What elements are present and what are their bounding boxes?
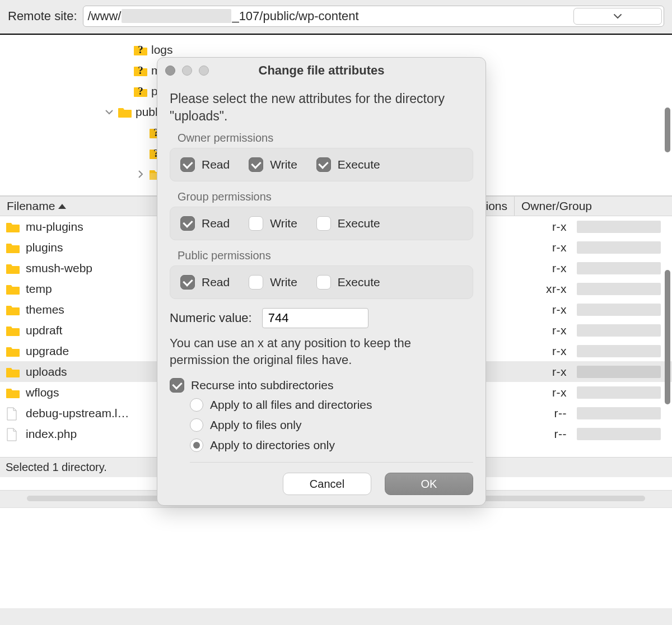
file-permissions: r-x	[535, 324, 567, 337]
group-group: ReadWriteExecute	[170, 207, 473, 240]
owner-group-redacted	[577, 366, 661, 378]
folder-icon	[6, 304, 20, 316]
file-name: themes	[26, 303, 64, 316]
remote-site-label: Remote site:	[8, 9, 77, 24]
recurse-radio[interactable]: Apply to directories only	[190, 439, 473, 452]
file-name: wflogs	[26, 386, 59, 399]
chevron-right-icon[interactable]	[134, 168, 147, 180]
column-filename[interactable]: Filename	[7, 199, 55, 213]
folder-icon	[6, 221, 20, 233]
numeric-hint: You can use an x at any position to keep…	[170, 335, 473, 368]
file-permissions: r--	[535, 407, 567, 420]
file-name: debug-upstream.l…	[26, 407, 129, 420]
public-execute-checkbox[interactable]: Execute	[316, 275, 380, 290]
file-list-right-columns: r-xr-xr-xxr-xr-xr-xr-xr-xr-xr--r--	[535, 216, 661, 457]
folder-icon	[6, 262, 20, 274]
folder-icon	[6, 324, 20, 337]
radio-label: Apply to directories only	[210, 439, 335, 452]
folder-icon	[6, 241, 20, 254]
recurse-radio[interactable]: Apply to all files and directories	[190, 398, 473, 412]
folder-icon	[6, 283, 20, 295]
ok-button[interactable]: OK	[385, 473, 473, 495]
checkbox-label: Read	[202, 276, 230, 289]
folder-icon	[6, 345, 20, 357]
file-name: index.php	[26, 427, 77, 441]
group-owner: ReadWriteExecute	[170, 148, 473, 181]
checkbox-label: Execute	[338, 217, 380, 230]
chevron-down-icon	[614, 13, 622, 19]
file-permissions: r--	[535, 427, 567, 441]
file-icon	[6, 407, 20, 419]
chevron-down-icon[interactable]	[103, 106, 115, 118]
remote-site-path: /www/_107/public/wp-content	[88, 9, 359, 24]
radio-label: Apply to files only	[210, 418, 301, 432]
group-read-checkbox[interactable]: Read	[180, 216, 230, 231]
numeric-value-label: Numeric value:	[170, 311, 252, 325]
remote-site-bar: Remote site: /www/_107/public/wp-content	[0, 0, 672, 35]
checkbox-label: Write	[270, 217, 297, 230]
owner-group-redacted	[577, 407, 661, 419]
group-write-checkbox[interactable]: Write	[249, 216, 297, 231]
remote-site-dropdown[interactable]: /www/_107/public/wp-content	[83, 6, 665, 27]
file-icon	[6, 428, 20, 440]
column-owner-group[interactable]: Owner/Group	[521, 199, 592, 213]
column-permissions-fragment[interactable]: ions	[486, 199, 507, 213]
file-name: mu-plugins	[26, 220, 83, 234]
file-permissions: r-x	[535, 241, 567, 254]
folder-icon	[6, 366, 20, 378]
owner-group-redacted	[577, 345, 661, 357]
folder-icon	[6, 386, 20, 399]
public-write-checkbox[interactable]: Write	[249, 275, 297, 290]
question-folder-icon: ?	[133, 44, 148, 56]
checkbox-label: Write	[270, 158, 297, 171]
checkbox-label: Read	[202, 158, 230, 171]
owner-group-redacted	[577, 221, 661, 233]
numeric-value-input[interactable]	[262, 308, 368, 328]
group-public: ReadWriteExecute	[170, 265, 473, 299]
owner-group-redacted	[577, 304, 661, 316]
radio-label: Apply to all files and directories	[210, 398, 372, 412]
redacted-path-segment	[122, 9, 231, 23]
owner-group-redacted	[577, 324, 661, 337]
owner-execute-checkbox[interactable]: Execute	[316, 157, 380, 172]
dialog-titlebar[interactable]: Change file attributes	[157, 58, 486, 83]
dialog-title: Change file attributes	[157, 63, 486, 78]
owner-group-redacted	[577, 428, 661, 440]
group-execute-checkbox[interactable]: Execute	[316, 216, 380, 231]
dialog-lead-text: Please select the new attributes for the…	[170, 90, 473, 125]
file-name: upgrade	[26, 344, 69, 358]
tree-scrollbar[interactable]	[665, 35, 670, 195]
sort-ascending-icon	[58, 204, 66, 209]
owner-read-checkbox[interactable]: Read	[180, 157, 230, 172]
checkbox-label: Read	[202, 217, 230, 230]
file-name: plugins	[26, 241, 63, 254]
file-list-scrollbar[interactable]	[665, 270, 670, 446]
file-name: uploads	[26, 365, 67, 379]
group-group-label: Group permissions	[178, 190, 473, 203]
file-name: updraft	[26, 324, 62, 337]
question-folder-icon: ?	[133, 85, 148, 97]
file-name: smush-webp	[26, 262, 92, 275]
change-file-attributes-dialog: Change file attributes Please select the…	[157, 57, 486, 506]
file-permissions: r-x	[535, 365, 567, 379]
recurse-label: Recurse into subdirectories	[191, 379, 333, 392]
cancel-button[interactable]: Cancel	[283, 473, 371, 495]
remote-site-dropdown-button[interactable]	[573, 8, 662, 25]
owner-group-redacted	[577, 283, 661, 295]
owner-write-checkbox[interactable]: Write	[249, 157, 297, 172]
file-permissions: r-x	[535, 262, 567, 275]
file-permissions: r-x	[535, 386, 567, 399]
owner-group-redacted	[577, 241, 661, 254]
file-permissions: r-x	[535, 220, 567, 234]
checkbox-label: Write	[270, 276, 297, 289]
recurse-checkbox[interactable]	[170, 378, 184, 393]
owner-group-redacted	[577, 262, 661, 274]
owner-group-redacted	[577, 386, 661, 399]
file-permissions: r-x	[535, 344, 567, 358]
status-text: Selected 1 directory.	[6, 461, 107, 474]
checkbox-label: Execute	[338, 276, 380, 289]
question-folder-icon: ?	[133, 64, 148, 77]
recurse-radio[interactable]: Apply to files only	[190, 418, 473, 432]
public-read-checkbox[interactable]: Read	[180, 275, 230, 290]
group-owner-label: Owner permissions	[178, 132, 473, 144]
